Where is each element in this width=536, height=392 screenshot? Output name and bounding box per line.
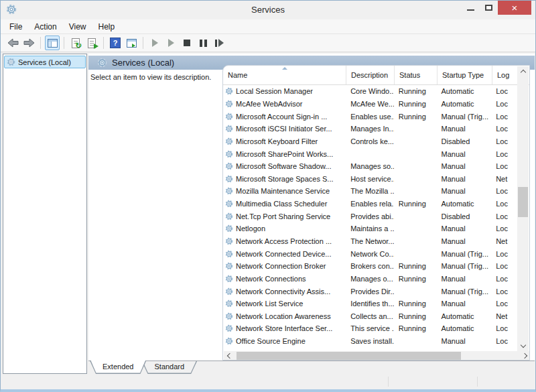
table-row[interactable]: Netlogon Maintains a ... Manual Loc bbox=[223, 222, 518, 235]
tree-item-services-local[interactable]: Services (Local) bbox=[4, 56, 86, 68]
service-description: The Mozilla ... bbox=[346, 187, 394, 195]
column-header-startup-type[interactable]: Startup Type bbox=[438, 66, 492, 84]
table-row[interactable]: Local Session Manager Core Windo... Runn… bbox=[223, 85, 518, 98]
service-startup-type: Manual bbox=[437, 162, 492, 170]
service-name: Microsoft Account Sign-in ... bbox=[236, 113, 327, 121]
table-row[interactable]: Mozilla Maintenance Service The Mozilla … bbox=[223, 185, 518, 198]
column-header-name[interactable]: Name bbox=[223, 66, 346, 84]
horizontal-scrollbar-thumb[interactable] bbox=[237, 352, 461, 360]
close-button[interactable]: × bbox=[498, 1, 531, 15]
service-name: Network Store Interface Ser... bbox=[236, 324, 332, 332]
table-row[interactable]: Microsoft Keyboard Filter Controls ke...… bbox=[223, 135, 518, 148]
service-gear-icon bbox=[225, 337, 233, 345]
service-status: Running bbox=[394, 300, 437, 308]
table-row[interactable]: Microsoft Account Sign-in ... Enables us… bbox=[223, 110, 518, 123]
horizontal-scrollbar[interactable] bbox=[224, 351, 530, 361]
menu-file[interactable]: File bbox=[3, 21, 28, 33]
show-action-pane-icon[interactable] bbox=[124, 36, 139, 50]
service-log-on-as: Loc bbox=[491, 275, 518, 283]
minimize-button[interactable] bbox=[462, 1, 480, 15]
tab-extended[interactable]: Extended bbox=[90, 361, 146, 374]
scroll-right-icon[interactable] bbox=[520, 351, 530, 361]
service-gear-icon bbox=[225, 262, 233, 270]
service-name: Netlogon bbox=[236, 224, 265, 233]
table-row[interactable]: Net.Tcp Port Sharing Service Provides ab… bbox=[223, 210, 518, 222]
service-gear-icon bbox=[225, 275, 233, 283]
table-row[interactable]: Multimedia Class Scheduler Enables rela.… bbox=[223, 198, 518, 210]
service-startup-type: Manual (Trig... bbox=[437, 250, 492, 258]
service-startup-type: Automatic bbox=[437, 100, 492, 108]
table-row[interactable]: Microsoft Software Shadow... Manages so.… bbox=[223, 160, 518, 173]
table-row[interactable]: Microsoft iSCSI Initiator Ser... Manages… bbox=[223, 123, 518, 135]
resume-service-icon[interactable] bbox=[163, 36, 178, 50]
export-list-icon[interactable] bbox=[84, 36, 99, 50]
stop-service-icon[interactable] bbox=[180, 36, 194, 50]
service-description: Saves install... bbox=[346, 337, 394, 345]
vertical-scrollbar[interactable] bbox=[517, 66, 529, 351]
menu-view[interactable]: View bbox=[63, 21, 92, 33]
restart-service-icon[interactable] bbox=[212, 36, 226, 50]
table-row[interactable]: Network Connectivity Assis... Provides D… bbox=[223, 285, 518, 298]
refresh-icon[interactable]: ↻ bbox=[68, 36, 83, 50]
table-row[interactable]: McAfee WebAdvisor McAfee We... Running A… bbox=[223, 98, 518, 111]
service-startup-type: Disabled bbox=[437, 137, 492, 145]
service-name: Network Location Awareness bbox=[236, 312, 331, 320]
service-gear-icon bbox=[225, 287, 233, 296]
pause-service-icon[interactable] bbox=[196, 36, 210, 50]
console-tree-panel: Services (Local) bbox=[3, 54, 87, 374]
menu-help[interactable]: Help bbox=[92, 21, 121, 33]
column-header-log-on-as[interactable]: Log bbox=[492, 66, 519, 84]
scroll-left-icon[interactable] bbox=[224, 351, 234, 361]
vertical-scrollbar-thumb[interactable] bbox=[518, 187, 528, 217]
service-log-on-as: Loc bbox=[491, 300, 518, 308]
service-name: Microsoft iSCSI Initiator Ser... bbox=[236, 125, 332, 133]
service-gear-icon bbox=[225, 224, 233, 233]
service-gear-icon bbox=[225, 250, 233, 258]
service-name: Network Connection Broker bbox=[236, 262, 326, 270]
column-header-description[interactable]: Description bbox=[346, 66, 395, 84]
tab-standard[interactable]: Standard bbox=[141, 361, 197, 374]
table-row[interactable]: Network List Service Identifies th... Ru… bbox=[223, 298, 518, 310]
title-bar[interactable]: Services × bbox=[1, 1, 535, 19]
service-startup-type: Manual (Trig... bbox=[437, 113, 492, 121]
show-console-tree-icon[interactable] bbox=[45, 36, 60, 50]
table-row[interactable]: Network Access Protection ... The Networ… bbox=[223, 235, 518, 248]
service-startup-type: Manual bbox=[437, 125, 492, 133]
service-gear-icon bbox=[225, 212, 233, 220]
services-list-panel: Name Description Status Startup Type Log bbox=[222, 65, 530, 361]
toolbar-separator bbox=[64, 37, 64, 49]
service-log-on-as: Net bbox=[491, 175, 518, 183]
details-pane: Services (Local) Select an item to view … bbox=[88, 54, 535, 374]
service-log-on-as: Loc bbox=[491, 200, 518, 208]
column-header-row: Name Description Status Startup Type Log bbox=[223, 66, 529, 85]
table-row[interactable]: Microsoft Storage Spaces S... Host servi… bbox=[223, 172, 518, 185]
service-name: Network List Service bbox=[236, 300, 303, 308]
status-bar bbox=[1, 374, 535, 389]
service-description: Network Co... bbox=[346, 250, 394, 258]
services-gear-icon bbox=[7, 58, 15, 66]
start-service-icon[interactable] bbox=[147, 36, 162, 50]
table-row[interactable]: Network Connection Broker Brokers con...… bbox=[223, 260, 518, 273]
table-row[interactable]: Network Store Interface Ser... This serv… bbox=[223, 322, 518, 335]
forward-icon[interactable] bbox=[21, 36, 36, 50]
service-startup-type: Manual bbox=[437, 300, 492, 308]
service-description: Host service... bbox=[346, 175, 394, 183]
table-row[interactable]: Network Connected Device... Network Co..… bbox=[223, 247, 518, 260]
column-header-status[interactable]: Status bbox=[395, 66, 438, 84]
back-icon[interactable] bbox=[5, 36, 20, 50]
service-startup-type: Manual bbox=[437, 187, 492, 195]
table-row[interactable]: Network Location Awareness Collects an..… bbox=[223, 310, 518, 323]
maximize-button[interactable] bbox=[480, 1, 498, 15]
service-log-on-as: Loc bbox=[491, 224, 518, 233]
table-row[interactable]: Microsoft SharePoint Works... Manual Loc bbox=[223, 147, 518, 160]
scroll-up-icon[interactable] bbox=[517, 66, 529, 76]
help-icon[interactable]: ? bbox=[108, 36, 123, 50]
service-startup-type: Automatic bbox=[437, 312, 492, 320]
table-row[interactable]: Office Source Engine Saves install... Ma… bbox=[223, 335, 518, 348]
menu-action[interactable]: Action bbox=[28, 21, 62, 33]
scroll-down-icon[interactable] bbox=[517, 341, 529, 351]
table-row[interactable]: Network Connections Manages o... Running… bbox=[223, 273, 518, 285]
service-description: Collects an... bbox=[346, 312, 394, 320]
toolbar-separator bbox=[40, 37, 41, 49]
service-name: McAfee WebAdvisor bbox=[236, 100, 302, 108]
